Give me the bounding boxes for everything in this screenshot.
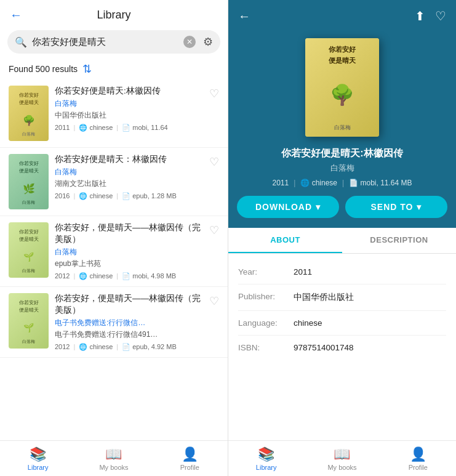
detail-value-isbn: 9787514001748 [294,343,446,352]
book-title: 你若安好便是晴天:林徽因传 [55,86,203,97]
book-cover: 你若安好便是晴天 🌱 白落梅 [9,222,49,278]
right-nav-profile[interactable]: 👤 Profile [380,441,456,476]
left-back-button[interactable]: ← [10,8,22,22]
left-header: ← Library [0,0,228,30]
book-format: 📄 mobi, 11.64 [122,124,168,132]
book-detail-meta: 2011 | 🌐 chinese | 📄 mobi, 11.64 MB [228,179,456,196]
detail-label: Year: [238,267,294,276]
detail-value: 2011 [294,267,446,276]
book-detail-cover: 你若安好便是晴天 🌳 白落梅 [228,32,456,147]
download-arrow-icon: ▾ [316,202,321,212]
heart-icon[interactable]: ♡ [209,293,219,308]
book-meta: 2011 | 🌐 chinese | 📄 mobi, 11.64 [55,124,203,132]
book-author[interactable]: 电子书免费赠送:行行微信… [55,318,203,328]
book-title: 你若安好，便是晴天——林徽因传（完美版） [55,293,203,317]
list-item[interactable]: 你若安好便是晴天 🌿 白落梅 你若安好便是晴天：林徽因传 白落梅 湖南文艺出版社… [0,148,228,216]
filter-icon[interactable]: ⚙ [203,35,213,49]
search-input[interactable] [32,37,178,47]
mybooks-label: My books [327,464,356,471]
book-info: 你若安好，便是晴天——林徽因传（完美版） 白落梅 epub掌上书苑 2012 |… [55,222,203,280]
book-language: 🌐 chinese [79,272,113,280]
separator: | [116,343,118,350]
nav-item-profile[interactable]: 👤 Profile [152,441,228,476]
book-cover-image: 你若安好便是晴天 🌳 白落梅 [305,38,379,137]
detail-label: Language: [238,318,294,328]
book-author: 白落梅 [55,247,203,257]
detail-row: Language: chinese [238,311,446,336]
detail-format: 📄 mobi, 11.64 MB [349,179,412,187]
nav-item-mybooks[interactable]: 📖 My books [76,441,151,476]
right-back-button[interactable]: ← [238,9,250,23]
search-icon: 🔍 [15,36,27,48]
book-info: 你若安好便是晴天：林徽因传 白落梅 湖南文艺出版社 2016 | 🌐 chine… [55,154,203,200]
profile-label: Profile [180,464,199,471]
tab-about[interactable]: ABOUT [228,228,342,253]
book-cover: 你若安好便是晴天 🌳 白落梅 [9,86,49,141]
right-nav-mybooks[interactable]: 📖 My books [304,441,380,476]
separator: | [73,192,75,200]
right-panel: ← ⬆ ♡ 你若安好便是晴天 🌳 白落梅 你若安好便是晴天:林徽因传 白落梅 2… [228,0,456,476]
detail-rows: Year: 2011 Publisher: 中国华侨出版社 Language: … [228,254,456,366]
mybooks-label: My books [99,464,128,471]
book-publisher: 湖南文艺出版社 [55,179,203,189]
list-item[interactable]: 你若安好便是晴天 🌱 白落梅 你若安好，便是晴天——林徽因传（完美版） 白落梅 … [0,216,228,287]
separator: | [294,179,295,187]
send-to-button[interactable]: SEND TO ▾ [345,196,447,218]
book-year: 2016 [55,192,70,200]
header-actions: ⬆ ♡ [415,9,446,23]
book-info: 你若安好便是晴天:林徽因传 白落梅 中国华侨出版社 2011 | 🌐 chine… [55,86,203,132]
heart-icon[interactable]: ♡ [209,154,219,169]
book-language: 🌐 chinese [79,192,113,200]
profile-icon: 👤 [182,446,198,462]
book-title: 你若安好便是晴天：林徽因传 [55,154,203,166]
book-publisher: 中国华侨出版社 [55,110,203,121]
mybooks-icon: 📖 [334,446,350,462]
detail-tabs: ABOUT DESCRIPTION [228,228,456,254]
separator: | [116,124,118,131]
book-list: 你若安好便是晴天 🌳 白落梅 你若安好便是晴天:林徽因传 白落梅 中国华侨出版社… [0,79,228,440]
heart-icon[interactable]: ♡ [435,9,446,23]
left-bottom-nav: 📚 Library 📖 My books 👤 Profile [0,440,228,476]
detail-language: 🌐 chinese [300,179,337,187]
library-label: Library [28,464,49,471]
separator: | [116,192,118,200]
send-label: SEND TO [371,202,414,212]
detail-section: ABOUT DESCRIPTION Year: 2011 Publisher: … [228,228,456,476]
book-author: 白落梅 [55,99,203,109]
action-buttons: DOWNLOAD ▾ SEND TO ▾ [228,196,456,228]
download-button[interactable]: DOWNLOAD ▾ [237,196,339,218]
book-year: 2011 [55,124,70,131]
list-item[interactable]: 你若安好便是晴天 🌱 白落梅 你若安好，便是晴天——林徽因传（完美版） 电子书免… [0,287,228,358]
book-detail-author: 白落梅 [228,163,456,179]
library-icon: 📚 [258,446,274,462]
download-label: DOWNLOAD [255,202,312,212]
book-publisher: epub掌上书苑 [55,259,203,269]
book-detail-title: 你若安好便是晴天:林徽因传 [228,147,456,163]
heart-icon[interactable]: ♡ [209,86,219,100]
right-nav-library[interactable]: 📚 Library [228,441,304,476]
separator: | [73,272,75,280]
book-cover: 你若安好便是晴天 🌱 白落梅 [9,293,49,349]
left-panel: ← Library 🔍 ✕ ⚙ Found 500 results ⇅ 你若安好… [0,0,228,476]
heart-icon[interactable]: ♡ [209,222,219,237]
book-author: 白落梅 [55,167,203,177]
detail-label-isbn: ISBN: [238,343,294,352]
book-language: 🌐 chinese [79,124,113,132]
detail-label: Publisher: [238,292,294,301]
detail-value: chinese [294,318,446,328]
separator: | [73,343,75,350]
list-item[interactable]: 你若安好便是晴天 🌳 白落梅 你若安好便是晴天:林徽因传 白落梅 中国华侨出版社… [0,79,228,148]
share-icon[interactable]: ⬆ [415,9,425,23]
detail-row: Year: 2011 [238,260,446,284]
separator: | [73,124,75,131]
sort-icon[interactable]: ⇅ [82,62,92,76]
book-info: 你若安好，便是晴天——林徽因传（完美版） 电子书免费赠送:行行微信… 电子书免费… [55,293,203,351]
results-count: Found 500 results [9,64,78,74]
nav-item-library[interactable]: 📚 Library [0,441,76,476]
library-icon: 📚 [30,446,46,462]
profile-label: Profile [409,464,428,471]
clear-button[interactable]: ✕ [183,36,196,48]
book-meta: 2016 | 🌐 chinese | 📄 epub, 1.28 MB [55,192,203,200]
tab-description[interactable]: DESCRIPTION [342,228,456,253]
results-header: Found 500 results ⇅ [0,58,228,79]
